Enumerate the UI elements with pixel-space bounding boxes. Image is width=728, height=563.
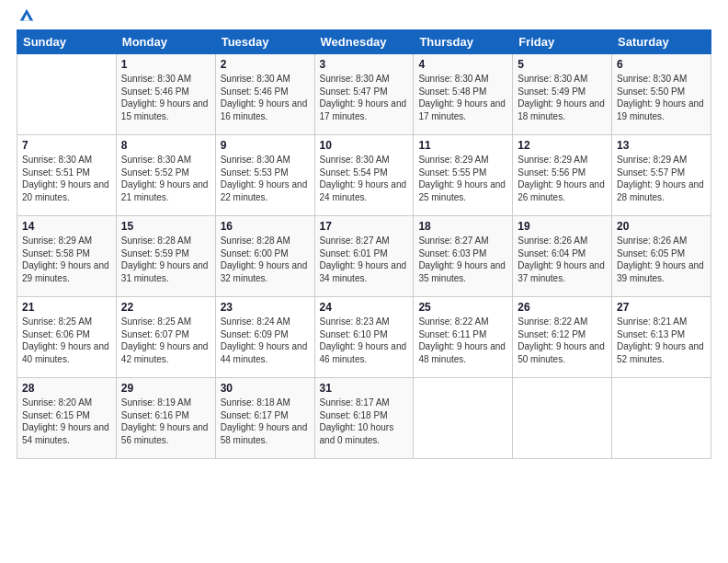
calendar-cell: 13Sunrise: 8:29 AMSunset: 5:57 PMDayligh… [612,135,711,216]
day-number: 9 [221,139,310,152]
cell-info: Sunrise: 8:30 AMSunset: 5:46 PMDaylight:… [121,73,210,122]
calendar-cell: 17Sunrise: 8:27 AMSunset: 6:01 PMDayligh… [314,216,414,297]
weekday-header: Thursday [414,30,513,54]
day-number: 20 [617,220,706,233]
day-number: 27 [617,301,706,314]
calendar-cell: 20Sunrise: 8:26 AMSunset: 6:05 PMDayligh… [612,216,711,297]
day-number: 24 [320,301,409,314]
day-number: 10 [320,139,409,152]
day-number: 29 [121,382,210,395]
day-number: 7 [22,139,111,152]
day-number: 18 [418,220,507,233]
cell-info: Sunrise: 8:30 AMSunset: 5:52 PMDaylight:… [121,154,210,203]
calendar-cell [414,378,513,459]
day-number: 3 [320,58,409,71]
day-number: 30 [221,382,310,395]
calendar-cell: 11Sunrise: 8:29 AMSunset: 5:55 PMDayligh… [414,135,513,216]
calendar-cell: 23Sunrise: 8:24 AMSunset: 6:09 PMDayligh… [215,297,314,378]
calendar-cell: 6Sunrise: 8:30 AMSunset: 5:50 PMDaylight… [612,54,711,135]
cell-info: Sunrise: 8:20 AMSunset: 6:15 PMDaylight:… [22,396,111,446]
day-number: 31 [320,382,409,395]
cell-info: Sunrise: 8:23 AMSunset: 6:10 PMDaylight:… [320,316,409,365]
cell-info: Sunrise: 8:26 AMSunset: 6:04 PMDaylight:… [518,235,607,284]
day-number: 15 [121,220,210,233]
calendar-cell [612,378,711,459]
calendar-cell: 28Sunrise: 8:20 AMSunset: 6:15 PMDayligh… [17,378,117,459]
day-number: 12 [518,139,607,152]
calendar-week-row: 1Sunrise: 8:30 AMSunset: 5:46 PMDaylight… [17,54,711,135]
calendar-cell: 3Sunrise: 8:30 AMSunset: 5:47 PMDaylight… [314,54,414,135]
cell-info: Sunrise: 8:22 AMSunset: 6:12 PMDaylight:… [518,316,607,365]
cell-info: Sunrise: 8:29 AMSunset: 5:58 PMDaylight:… [22,235,111,284]
cell-info: Sunrise: 8:24 AMSunset: 6:09 PMDaylight:… [221,316,310,365]
day-number: 13 [617,139,706,152]
calendar-cell: 7Sunrise: 8:30 AMSunset: 5:51 PMDaylight… [17,135,117,216]
calendar-cell: 5Sunrise: 8:30 AMSunset: 5:49 PMDaylight… [513,54,612,135]
calendar-cell: 27Sunrise: 8:21 AMSunset: 6:13 PMDayligh… [612,297,711,378]
calendar-cell: 14Sunrise: 8:29 AMSunset: 5:58 PMDayligh… [17,216,117,297]
cell-info: Sunrise: 8:27 AMSunset: 6:01 PMDaylight:… [320,235,409,284]
day-number: 14 [22,220,111,233]
weekday-header: Monday [116,30,215,54]
calendar-cell: 31Sunrise: 8:17 AMSunset: 6:18 PMDayligh… [314,378,414,459]
calendar-cell [513,378,612,459]
weekday-header: Wednesday [314,30,414,54]
calendar-cell: 26Sunrise: 8:22 AMSunset: 6:12 PMDayligh… [513,297,612,378]
calendar-cell: 18Sunrise: 8:27 AMSunset: 6:03 PMDayligh… [414,216,513,297]
calendar-page: SundayMondayTuesdayWednesdayThursdayFrid… [0,0,728,563]
calendar-cell: 22Sunrise: 8:25 AMSunset: 6:07 PMDayligh… [116,297,215,378]
cell-info: Sunrise: 8:29 AMSunset: 5:55 PMDaylight:… [418,154,507,203]
cell-info: Sunrise: 8:17 AMSunset: 6:18 PMDaylight:… [320,396,409,446]
day-number: 21 [22,301,111,314]
calendar-cell: 30Sunrise: 8:18 AMSunset: 6:17 PMDayligh… [215,378,314,459]
cell-info: Sunrise: 8:28 AMSunset: 5:59 PMDaylight:… [121,235,210,284]
calendar-cell: 15Sunrise: 8:28 AMSunset: 5:59 PMDayligh… [116,216,215,297]
day-number: 4 [418,58,507,71]
cell-info: Sunrise: 8:22 AMSunset: 6:11 PMDaylight:… [418,316,507,365]
cell-info: Sunrise: 8:30 AMSunset: 5:49 PMDaylight:… [518,73,607,122]
cell-info: Sunrise: 8:18 AMSunset: 6:17 PMDaylight:… [221,396,310,446]
cell-info: Sunrise: 8:30 AMSunset: 5:53 PMDaylight:… [221,154,310,203]
calendar-week-row: 28Sunrise: 8:20 AMSunset: 6:15 PMDayligh… [17,378,711,459]
cell-info: Sunrise: 8:29 AMSunset: 5:56 PMDaylight:… [518,154,607,203]
calendar-cell: 29Sunrise: 8:19 AMSunset: 6:16 PMDayligh… [116,378,215,459]
day-number: 5 [518,58,607,71]
logo-icon [18,7,35,24]
cell-info: Sunrise: 8:21 AMSunset: 6:13 PMDaylight:… [617,316,706,365]
calendar-cell: 24Sunrise: 8:23 AMSunset: 6:10 PMDayligh… [314,297,414,378]
day-number: 25 [418,301,507,314]
weekday-header: Sunday [17,30,117,54]
calendar-cell: 16Sunrise: 8:28 AMSunset: 6:00 PMDayligh… [215,216,314,297]
calendar-cell: 10Sunrise: 8:30 AMSunset: 5:54 PMDayligh… [314,135,414,216]
cell-info: Sunrise: 8:30 AMSunset: 5:54 PMDaylight:… [320,154,409,203]
calendar-cell [17,54,117,135]
cell-info: Sunrise: 8:29 AMSunset: 5:57 PMDaylight:… [617,154,706,203]
day-number: 17 [320,220,409,233]
calendar-week-row: 21Sunrise: 8:25 AMSunset: 6:06 PMDayligh… [17,297,711,378]
cell-info: Sunrise: 8:25 AMSunset: 6:06 PMDaylight:… [22,316,111,365]
cell-info: Sunrise: 8:30 AMSunset: 5:46 PMDaylight:… [221,73,310,122]
day-number: 6 [617,58,706,71]
calendar-cell: 8Sunrise: 8:30 AMSunset: 5:52 PMDaylight… [116,135,215,216]
cell-info: Sunrise: 8:26 AMSunset: 6:05 PMDaylight:… [617,235,706,284]
day-number: 1 [121,58,210,71]
calendar-week-row: 14Sunrise: 8:29 AMSunset: 5:58 PMDayligh… [17,216,711,297]
calendar-cell: 2Sunrise: 8:30 AMSunset: 5:46 PMDaylight… [215,54,314,135]
cell-info: Sunrise: 8:19 AMSunset: 6:16 PMDaylight:… [121,396,210,446]
day-number: 22 [121,301,210,314]
logo [17,15,35,20]
day-number: 28 [22,382,111,395]
calendar-cell: 19Sunrise: 8:26 AMSunset: 6:04 PMDayligh… [513,216,612,297]
calendar-cell: 21Sunrise: 8:25 AMSunset: 6:06 PMDayligh… [17,297,117,378]
cell-info: Sunrise: 8:25 AMSunset: 6:07 PMDaylight:… [121,316,210,365]
day-number: 2 [221,58,310,71]
header [17,15,711,20]
day-number: 26 [518,301,607,314]
calendar-cell: 4Sunrise: 8:30 AMSunset: 5:48 PMDaylight… [414,54,513,135]
cell-info: Sunrise: 8:30 AMSunset: 5:47 PMDaylight:… [320,73,409,122]
day-number: 23 [221,301,310,314]
cell-info: Sunrise: 8:30 AMSunset: 5:51 PMDaylight:… [22,154,111,203]
calendar-week-row: 7Sunrise: 8:30 AMSunset: 5:51 PMDaylight… [17,135,711,216]
cell-info: Sunrise: 8:27 AMSunset: 6:03 PMDaylight:… [418,235,507,284]
weekday-header: Tuesday [215,30,314,54]
